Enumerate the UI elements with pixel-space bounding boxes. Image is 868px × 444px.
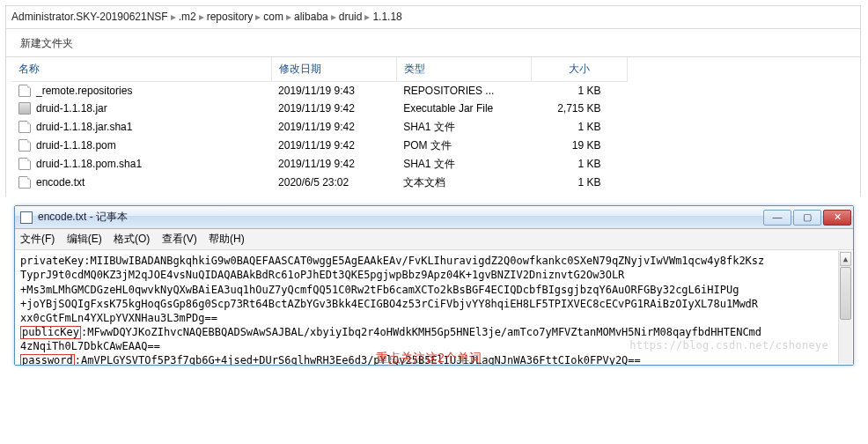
- file-date: 2020/6/5 23:02: [271, 174, 396, 192]
- menu-format[interactable]: 格式(O): [114, 233, 150, 245]
- file-icon: [18, 176, 31, 189]
- file-date: 2019/11/19 9:42: [271, 155, 396, 174]
- maximize-button[interactable]: ▢: [793, 210, 821, 226]
- file-icon: [18, 85, 31, 97]
- scroll-up-icon[interactable]: ▲: [840, 252, 851, 266]
- file-size: 1 KB: [531, 81, 627, 100]
- crumb[interactable]: com: [263, 10, 283, 25]
- crumb[interactable]: 1.1.18: [372, 10, 401, 25]
- breadcrumb[interactable]: Administrator.SKY-20190621NSF▸ .m2▸ repo…: [5, 5, 861, 29]
- file-type: Executable Jar File: [396, 100, 531, 118]
- menu-help[interactable]: 帮助(H): [209, 233, 245, 245]
- toolbar: 新建文件夹: [5, 29, 861, 57]
- crumb[interactable]: druid: [339, 10, 363, 25]
- notepad-textarea[interactable]: privateKey:MIIBUwIBADANBgkqhkiG9w0BAQEFA…: [15, 250, 853, 365]
- vertical-scrollbar[interactable]: ▲: [838, 251, 852, 364]
- chevron-right-icon: ▸: [199, 10, 204, 25]
- file-name: druid-1.1.18.pom.sha1: [36, 158, 142, 170]
- highlight-publickey: publicKey: [20, 326, 81, 339]
- file-type: 文本文档: [396, 174, 531, 192]
- watermark: https://blog.csdn.net/cshoneye: [629, 338, 828, 352]
- annotation-note: 重点关注这2个单词: [376, 352, 482, 364]
- file-icon: [18, 158, 31, 170]
- crumb[interactable]: .m2: [179, 10, 196, 25]
- file-type: SHA1 文件: [396, 118, 531, 137]
- table-row[interactable]: druid-1.1.18.jar.sha12019/11/19 9:42SHA1…: [11, 118, 628, 137]
- chevron-right-icon: ▸: [255, 10, 261, 25]
- file-type: SHA1 文件: [396, 155, 531, 174]
- file-type: POM 文件: [396, 137, 531, 155]
- crumb[interactable]: Administrator.SKY-20190621NSF: [11, 10, 168, 25]
- table-row[interactable]: _remote.repositories2019/11/19 9:43REPOS…: [11, 81, 628, 100]
- chevron-right-icon: ▸: [331, 10, 336, 25]
- table-row[interactable]: encode.txt2020/6/5 23:02文本文档1 KB: [11, 174, 628, 192]
- file-icon: [18, 121, 31, 133]
- file-size: 19 KB: [531, 137, 627, 155]
- file-name: druid-1.1.18.jar.sha1: [36, 121, 132, 133]
- textfile-icon: [20, 211, 33, 224]
- col-size[interactable]: 大小: [531, 57, 627, 81]
- file-date: 2019/11/19 9:42: [271, 118, 396, 137]
- menu-view[interactable]: 查看(V): [162, 233, 197, 245]
- menu-edit[interactable]: 编辑(E): [67, 233, 102, 245]
- minimize-button[interactable]: —: [763, 210, 791, 226]
- file-date: 2019/11/19 9:43: [271, 81, 396, 100]
- chevron-right-icon: ▸: [286, 10, 291, 25]
- file-list: 名称 修改日期 类型 大小 _remote.repositories2019/1…: [5, 57, 861, 197]
- file-icon: [18, 139, 31, 152]
- file-size: 1 KB: [531, 174, 627, 192]
- chevron-right-icon: ▸: [171, 10, 176, 25]
- file-name: _remote.repositories: [36, 85, 132, 97]
- notepad-title: encode.txt - 记事本: [38, 210, 128, 225]
- scroll-thumb[interactable]: [840, 267, 851, 320]
- crumb[interactable]: repository: [207, 10, 254, 25]
- menu-file[interactable]: 文件(F): [20, 233, 55, 245]
- close-button[interactable]: ✕: [823, 210, 851, 226]
- new-folder-button[interactable]: 新建文件夹: [15, 34, 78, 53]
- jar-icon: [18, 102, 31, 115]
- notepad-window: encode.txt - 记事本 — ▢ ✕ 文件(F) 编辑(E) 格式(O)…: [14, 205, 854, 366]
- file-date: 2019/11/19 9:42: [271, 100, 396, 118]
- notepad-titlebar[interactable]: encode.txt - 记事本 — ▢ ✕: [15, 206, 853, 229]
- col-type[interactable]: 类型: [396, 57, 531, 81]
- file-size: 1 KB: [531, 118, 627, 137]
- notepad-menubar: 文件(F) 编辑(E) 格式(O) 查看(V) 帮助(H): [15, 229, 853, 250]
- file-type: REPOSITORIES ...: [396, 81, 531, 100]
- highlight-password: password: [20, 354, 75, 365]
- table-row[interactable]: druid-1.1.18.jar2019/11/19 9:42Executabl…: [11, 100, 628, 118]
- table-row[interactable]: druid-1.1.18.pom2019/11/19 9:42POM 文件19 …: [11, 137, 628, 155]
- table-row[interactable]: druid-1.1.18.pom.sha12019/11/19 9:42SHA1…: [11, 155, 628, 174]
- file-size: 2,715 KB: [531, 100, 627, 118]
- file-date: 2019/11/19 9:42: [271, 137, 396, 155]
- file-name: druid-1.1.18.pom: [36, 139, 116, 152]
- file-size: 1 KB: [531, 155, 627, 174]
- chevron-right-icon: ▸: [364, 10, 370, 25]
- col-name[interactable]: 名称: [11, 57, 271, 81]
- file-name: druid-1.1.18.jar: [36, 102, 107, 115]
- col-date[interactable]: 修改日期: [271, 57, 396, 81]
- file-name: encode.txt: [36, 176, 85, 189]
- crumb[interactable]: alibaba: [294, 10, 328, 25]
